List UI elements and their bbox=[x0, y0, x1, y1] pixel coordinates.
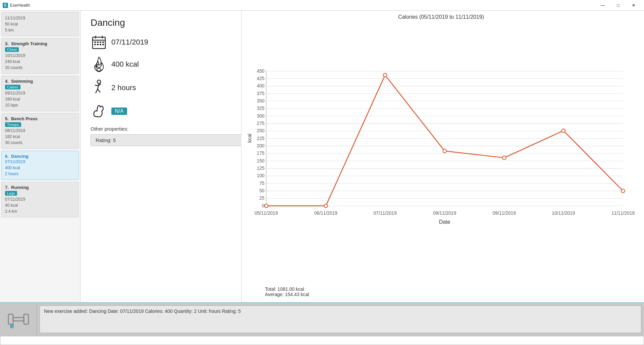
close-button[interactable]: ✕ bbox=[626, 0, 641, 11]
svg-rect-8 bbox=[94, 44, 96, 45]
detail-muscle-row: N/A bbox=[91, 102, 231, 120]
detail-calories-row: 400 kcal bbox=[91, 56, 231, 73]
detail-duration-row: 2 hours bbox=[91, 79, 231, 96]
chart-panel: Calories (05/11/2019 to 11/11/2019) bbox=[241, 11, 644, 302]
svg-rect-76 bbox=[24, 314, 29, 324]
detail-panel: Dancing 07/11/2019 bbox=[80, 11, 241, 302]
svg-text:75: 75 bbox=[259, 181, 265, 186]
app-title: ExerHealth bbox=[10, 3, 595, 8]
sidebar-item-dancing[interactable]: 6. Dancing 07/11/2019400 kcal2 hours bbox=[1, 151, 79, 180]
other-props-label: Other properties: bbox=[91, 126, 231, 132]
status-bar: e New exercise added: Dancing Date: 07/1… bbox=[0, 302, 644, 336]
svg-text:11/11/2019: 11/11/2019 bbox=[611, 210, 635, 216]
detail-calories: 400 kcal bbox=[111, 60, 139, 69]
svg-text:Date: Date bbox=[439, 219, 450, 225]
item-7-tag: Legs bbox=[5, 191, 17, 196]
svg-point-72 bbox=[502, 156, 506, 160]
item-3-tag: Chest bbox=[5, 47, 19, 52]
svg-text:200: 200 bbox=[257, 143, 264, 148]
svg-rect-77 bbox=[13, 318, 24, 321]
item-4-tag: Calves bbox=[5, 85, 20, 89]
svg-text:275: 275 bbox=[257, 121, 264, 126]
svg-point-68 bbox=[265, 204, 268, 208]
svg-text:08/11/2019: 08/11/2019 bbox=[433, 210, 456, 216]
chart-average: Average: 154.43 kcal bbox=[265, 292, 637, 297]
svg-rect-5 bbox=[97, 42, 99, 43]
svg-line-14 bbox=[98, 83, 99, 89]
svg-text:09/11/2019: 09/11/2019 bbox=[493, 210, 516, 216]
calendar-icon bbox=[91, 35, 107, 50]
svg-point-13 bbox=[97, 80, 101, 83]
svg-text:225: 225 bbox=[257, 136, 264, 141]
item-6-detail: 07/11/2019400 kcal2 hours bbox=[5, 159, 75, 177]
main-content: 11/11/201950 kcal5 km 3. Strength Traini… bbox=[0, 11, 644, 302]
chart-area: 0 25 50 75 100 125 150 175 200 225 250 2… bbox=[245, 22, 637, 283]
svg-text:450: 450 bbox=[257, 68, 264, 74]
svg-text:05/11/2019: 05/11/2019 bbox=[255, 210, 278, 216]
input-field[interactable] bbox=[0, 336, 644, 345]
muscle-icon bbox=[91, 102, 107, 120]
svg-text:kcal: kcal bbox=[247, 134, 252, 142]
svg-text:07/11/2019: 07/11/2019 bbox=[373, 210, 396, 216]
chart-stats: Total: 1081.00 kcal Average: 154.43 kcal bbox=[245, 283, 637, 299]
input-bar bbox=[0, 336, 644, 345]
detail-date-row: 07/11/2019 bbox=[91, 35, 231, 50]
svg-text:325: 325 bbox=[257, 106, 264, 111]
title-bar: E ExerHealth — □ ✕ bbox=[0, 0, 644, 11]
svg-line-17 bbox=[96, 89, 98, 93]
app-logo: e bbox=[0, 303, 37, 336]
svg-text:25: 25 bbox=[259, 195, 265, 201]
item-5-tag: Triceps bbox=[5, 122, 21, 127]
detail-duration: 2 hours bbox=[111, 83, 136, 92]
svg-text:10/11/2019: 10/11/2019 bbox=[552, 210, 575, 216]
svg-rect-7 bbox=[102, 42, 104, 43]
svg-text:375: 375 bbox=[257, 91, 264, 96]
svg-rect-6 bbox=[100, 42, 101, 43]
item-7-detail: 07/11/201940 kcal2.4 km bbox=[5, 196, 75, 214]
item-4-detail: 09/11/2019160 kcal10 laps bbox=[5, 90, 75, 108]
item-5-detail: 08/11/2019182 kcal30 counts bbox=[5, 128, 75, 146]
detail-muscle-na: N/A bbox=[111, 108, 127, 115]
sidebar-item-running[interactable]: 7. Running Legs 07/11/201940 kcal2.4 km bbox=[1, 182, 79, 217]
svg-text:06/11/2019: 06/11/2019 bbox=[314, 210, 337, 216]
svg-line-18 bbox=[98, 89, 100, 92]
chart-total: Total: 1081.00 kcal bbox=[265, 286, 637, 292]
svg-text:175: 175 bbox=[257, 150, 264, 156]
svg-point-71 bbox=[443, 149, 446, 153]
flame-icon bbox=[91, 56, 107, 73]
sidebar-item-swimming[interactable]: 4. Swimming Calves 09/11/2019160 kcal10 … bbox=[1, 76, 79, 111]
sidebar-item-bench-press[interactable]: 5. Bench Press Triceps 08/11/2019182 kca… bbox=[1, 113, 79, 149]
item-3-detail: 10/11/2019249 kcal20 counts bbox=[5, 53, 75, 71]
minimize-button[interactable]: — bbox=[595, 0, 610, 11]
svg-point-69 bbox=[324, 204, 328, 208]
svg-text:150: 150 bbox=[257, 158, 264, 163]
status-message: New exercise added: Dancing Date: 07/11/… bbox=[40, 305, 641, 333]
item-6-title: 6. Dancing bbox=[5, 154, 75, 159]
maximize-button[interactable]: □ bbox=[610, 0, 626, 11]
svg-rect-4 bbox=[94, 42, 96, 43]
window-controls: — □ ✕ bbox=[595, 0, 641, 11]
svg-point-12 bbox=[97, 68, 101, 71]
svg-text:400: 400 bbox=[257, 83, 264, 88]
item-5-title: 5. Bench Press bbox=[5, 116, 75, 121]
svg-text:125: 125 bbox=[257, 165, 264, 171]
svg-text:100: 100 bbox=[257, 173, 264, 178]
svg-point-70 bbox=[383, 73, 387, 77]
detail-title: Dancing bbox=[91, 17, 231, 28]
svg-rect-11 bbox=[102, 44, 104, 45]
svg-text:50: 50 bbox=[259, 188, 265, 193]
svg-line-15 bbox=[95, 85, 98, 86]
svg-text:425: 425 bbox=[257, 76, 264, 81]
svg-rect-10 bbox=[100, 44, 101, 45]
item-4-title: 4. Swimming bbox=[5, 79, 75, 84]
svg-text:e: e bbox=[10, 322, 14, 330]
item-1-detail: 11/11/201950 kcal5 km bbox=[5, 15, 75, 33]
svg-text:350: 350 bbox=[257, 98, 264, 104]
svg-rect-9 bbox=[97, 44, 99, 45]
app-icon: E bbox=[3, 3, 8, 8]
sidebar-item-1[interactable]: 11/11/201950 kcal5 km bbox=[1, 12, 79, 36]
svg-text:250: 250 bbox=[257, 128, 264, 133]
svg-text:300: 300 bbox=[257, 113, 264, 119]
sidebar-item-strength-training[interactable]: 3. Strength Training Chest 10/11/2019249… bbox=[1, 38, 79, 74]
svg-point-73 bbox=[562, 129, 566, 133]
